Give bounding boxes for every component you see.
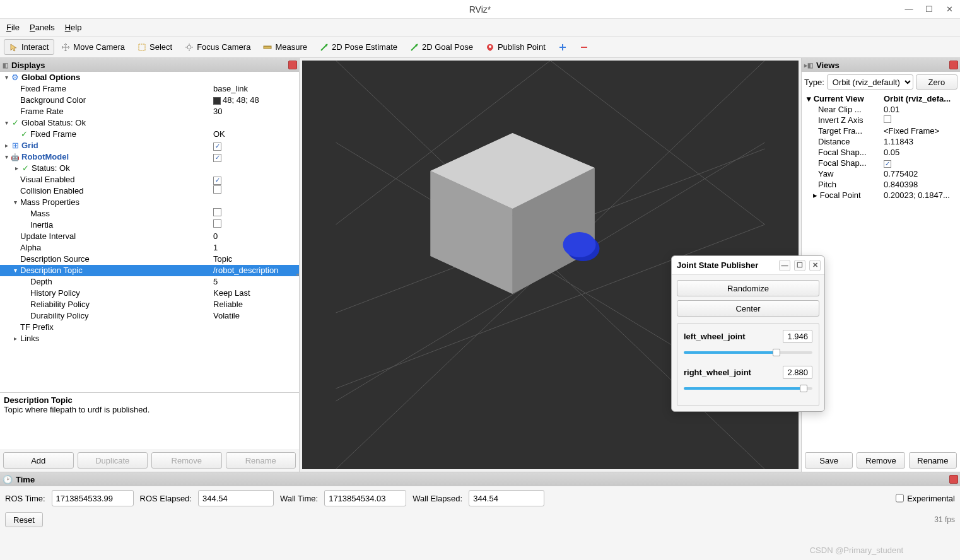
close-icon[interactable]: ✕ — [944, 4, 955, 15]
time-header[interactable]: 🕑 Time — [0, 472, 960, 486]
displays-tree[interactable]: ▾⚙Global Options Fixed Framebase_link Ba… — [0, 72, 299, 392]
time-panel: 🕑 Time ROS Time: ROS Elapsed: Wall Time:… — [0, 472, 960, 531]
duplicate-button[interactable]: Duplicate — [78, 452, 148, 469]
close-icon[interactable]: ✕ — [809, 260, 821, 271]
clock-icon: 🕑 — [3, 475, 13, 484]
tool-add[interactable] — [553, 40, 573, 55]
fps-display: 31 fps — [934, 515, 955, 524]
rename-button[interactable]: Rename — [226, 452, 296, 469]
tool-move-camera[interactable]: Move Camera — [56, 39, 131, 55]
left-joint-value: 1.946 — [783, 330, 812, 343]
wall-elapsed-input[interactable] — [469, 490, 544, 506]
window-title: RViz* — [469, 4, 491, 15]
views-tree[interactable]: ▾ Current ViewOrbit (rviz_defa... Near C… — [802, 92, 960, 202]
maximize-icon[interactable]: ☐ — [923, 4, 935, 15]
panel-close-icon[interactable] — [288, 61, 297, 69]
jsp-title: Joint State Publisher — [677, 260, 758, 270]
toolbar: Interact Move Camera Select Focus Camera… — [0, 37, 960, 58]
focus-camera-icon — [185, 43, 194, 52]
tool-publish-point[interactable]: Publish Point — [480, 39, 551, 55]
pose-estimate-icon — [320, 43, 329, 52]
svg-rect-0 — [139, 44, 145, 50]
view-type-select[interactable]: Orbit (rviz_default) — [827, 74, 913, 90]
grip-icon: ▸◧ — [804, 62, 813, 69]
gear-icon: ⚙ — [10, 72, 20, 83]
check-icon: ✓ — [10, 117, 20, 129]
menu-panels[interactable]: Panels — [30, 23, 55, 32]
reset-button[interactable]: Reset — [5, 512, 43, 527]
interact-icon — [9, 43, 18, 52]
zero-button[interactable]: Zero — [916, 74, 957, 90]
panel-close-icon[interactable] — [949, 61, 958, 69]
type-label: Type: — [804, 78, 824, 87]
panel-close-icon[interactable] — [949, 475, 958, 484]
wall-time-label: Wall Time: — [280, 494, 318, 503]
select-icon — [138, 43, 146, 52]
svg-point-19 — [563, 232, 596, 257]
views-remove-button[interactable]: Remove — [857, 452, 904, 469]
description-topic-row: ▾Description Topic/robot_description — [0, 265, 299, 276]
right-joint-slider[interactable] — [684, 384, 812, 393]
measure-icon — [263, 43, 272, 52]
tool-pose-estimate[interactable]: 2D Pose Estimate — [314, 39, 403, 55]
ros-elapsed-label: ROS Elapsed: — [140, 494, 192, 503]
tool-remove[interactable] — [574, 40, 594, 55]
publish-point-icon — [486, 43, 495, 52]
svg-point-1 — [187, 45, 191, 49]
center-button[interactable]: Center — [677, 300, 819, 317]
ros-time-label: ROS Time: — [5, 494, 45, 503]
goal-pose-icon — [410, 43, 419, 52]
window-titlebar: RViz* — ☐ ✕ — [0, 0, 960, 19]
grid-icon: ⊞ — [10, 140, 20, 151]
remove-button[interactable]: Remove — [151, 452, 222, 469]
check-icon: ✓ — [19, 129, 29, 140]
tool-goal-pose[interactable]: 2D Goal Pose — [404, 39, 479, 55]
left-joint-slider[interactable] — [684, 348, 812, 357]
robot-icon: 🤖 — [10, 151, 20, 163]
svg-point-3 — [489, 45, 491, 48]
minimize-icon[interactable]: — — [779, 260, 790, 271]
wall-time-input[interactable] — [324, 490, 406, 506]
experimental-checkbox[interactable] — [896, 490, 904, 506]
plus-icon — [558, 43, 567, 52]
tool-measure[interactable]: Measure — [257, 39, 313, 55]
right-joint-label: right_wheel_joint — [684, 368, 751, 377]
grip-icon: ◧ — [3, 62, 8, 69]
randomize-button[interactable]: Randomize — [677, 280, 819, 296]
splitter-left-icon[interactable]: ◂ — [295, 265, 300, 284]
check-icon: ✓ — [20, 163, 30, 174]
description-box: Description Topic Topic where filepath t… — [0, 392, 299, 449]
menubar: File Panels Help — [0, 19, 960, 37]
left-joint-label: left_wheel_joint — [684, 332, 746, 341]
maximize-icon[interactable]: ☐ — [794, 260, 805, 271]
displays-header[interactable]: ◧ Displays — [0, 58, 299, 72]
joint-state-publisher-window[interactable]: Joint State Publisher — ☐ ✕ Randomize Ce… — [671, 255, 825, 412]
tool-select[interactable]: Select — [132, 39, 178, 55]
tool-focus-camera[interactable]: Focus Camera — [179, 39, 256, 55]
watermark: CSDN @Primary_student — [810, 545, 903, 555]
minimize-icon[interactable]: — — [903, 4, 915, 15]
minus-icon — [580, 43, 588, 52]
views-rename-button[interactable]: Rename — [909, 452, 957, 469]
views-header[interactable]: ▸◧ Views — [802, 58, 960, 72]
menu-file[interactable]: File — [6, 23, 20, 32]
add-button[interactable]: Add — [3, 452, 74, 469]
tool-interact[interactable]: Interact — [4, 39, 54, 55]
ros-elapsed-input[interactable] — [198, 490, 274, 506]
right-joint-value: 2.880 — [783, 366, 812, 379]
move-camera-icon — [61, 43, 70, 52]
ros-time-input[interactable] — [52, 490, 134, 506]
views-save-button[interactable]: Save — [805, 452, 853, 469]
displays-panel: ◧ Displays ▾⚙Global Options Fixed Frameb… — [0, 58, 300, 472]
wall-elapsed-label: Wall Elapsed: — [413, 494, 462, 503]
menu-help[interactable]: Help — [65, 23, 82, 32]
